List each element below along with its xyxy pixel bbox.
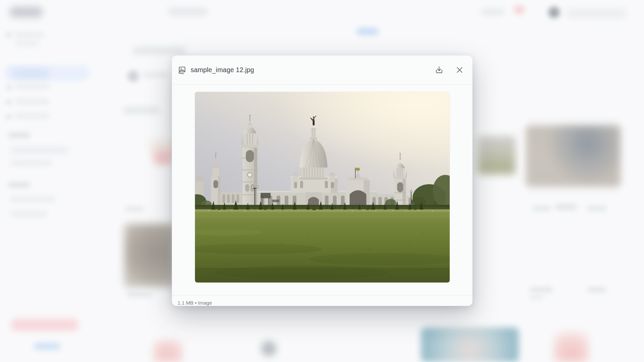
close-icon — [455, 65, 464, 74]
file-meta: 1.1 MB • Image — [178, 300, 212, 306]
download-icon — [435, 65, 444, 74]
victoria-memorial-illustration — [195, 92, 450, 282]
image-icon — [178, 66, 186, 74]
dialog-body — [172, 85, 472, 289]
dialog-footer: 1.1 MB • Image — [172, 295, 472, 306]
close-button[interactable] — [453, 63, 466, 76]
dialog-header: sample_image 12.jpg — [172, 56, 472, 85]
image-preview — [195, 92, 450, 283]
download-button[interactable] — [433, 63, 446, 76]
dialog-title: sample_image 12.jpg — [191, 66, 254, 74]
image-preview-dialog: sample_image 12.jpg — [172, 55, 473, 306]
dialog-actions — [433, 63, 466, 76]
